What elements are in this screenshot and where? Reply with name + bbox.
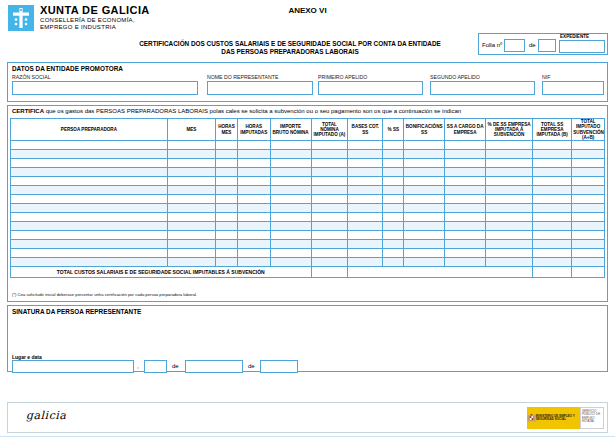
table-cell[interactable] [572, 222, 605, 231]
total-nomina-cell[interactable] [311, 267, 348, 278]
table-cell[interactable] [215, 195, 237, 204]
table-cell[interactable] [237, 150, 270, 159]
table-cell[interactable] [486, 195, 533, 204]
table-cell[interactable] [348, 159, 383, 168]
table-cell[interactable] [533, 231, 572, 240]
table-cell[interactable] [486, 231, 533, 240]
folla-number-input[interactable] [504, 39, 525, 52]
expediente-input[interactable] [559, 40, 605, 53]
table-cell[interactable] [11, 213, 168, 222]
table-cell[interactable] [11, 204, 168, 213]
table-cell[interactable] [215, 204, 237, 213]
total-ss-cell[interactable] [533, 267, 572, 278]
table-cell[interactable] [404, 222, 445, 231]
table-cell[interactable] [11, 231, 168, 240]
table-cell[interactable] [383, 195, 404, 204]
table-cell[interactable] [533, 141, 572, 150]
table-cell[interactable] [383, 213, 404, 222]
table-cell[interactable] [167, 195, 215, 204]
table-cell[interactable] [215, 258, 237, 267]
table-cell[interactable] [445, 150, 486, 159]
table-cell[interactable] [383, 150, 404, 159]
table-cell[interactable] [486, 150, 533, 159]
table-cell[interactable] [167, 258, 215, 267]
table-cell[interactable] [445, 240, 486, 249]
table-cell[interactable] [270, 150, 311, 159]
table-cell[interactable] [348, 249, 383, 258]
table-cell[interactable] [383, 249, 404, 258]
table-cell[interactable] [486, 141, 533, 150]
table-cell[interactable] [445, 177, 486, 186]
table-cell[interactable] [237, 258, 270, 267]
table-cell[interactable] [445, 141, 486, 150]
table-cell[interactable] [215, 186, 237, 195]
table-cell[interactable] [533, 249, 572, 258]
table-cell[interactable] [215, 213, 237, 222]
table-cell[interactable] [11, 249, 168, 258]
table-cell[interactable] [383, 231, 404, 240]
folla-total-input[interactable] [538, 39, 556, 52]
table-cell[interactable] [572, 213, 605, 222]
table-cell[interactable] [533, 186, 572, 195]
table-cell[interactable] [270, 258, 311, 267]
table-cell[interactable] [167, 231, 215, 240]
table-cell[interactable] [11, 168, 168, 177]
table-cell[interactable] [404, 249, 445, 258]
table-cell[interactable] [215, 177, 237, 186]
table-cell[interactable] [348, 150, 383, 159]
table-cell[interactable] [270, 186, 311, 195]
table-cell[interactable] [167, 168, 215, 177]
table-cell[interactable] [486, 222, 533, 231]
table-cell[interactable] [348, 258, 383, 267]
table-cell[interactable] [572, 150, 605, 159]
table-cell[interactable] [215, 249, 237, 258]
table-cell[interactable] [311, 186, 348, 195]
table-cell[interactable] [311, 177, 348, 186]
table-cell[interactable] [270, 249, 311, 258]
table-cell[interactable] [348, 222, 383, 231]
table-cell[interactable] [383, 177, 404, 186]
table-cell[interactable] [445, 231, 486, 240]
table-cell[interactable] [311, 150, 348, 159]
table-cell[interactable] [383, 204, 404, 213]
table-cell[interactable] [167, 141, 215, 150]
total-subvencion-cell[interactable] [572, 267, 605, 278]
table-cell[interactable] [215, 240, 237, 249]
table-cell[interactable] [311, 222, 348, 231]
table-cell[interactable] [383, 141, 404, 150]
table-cell[interactable] [167, 186, 215, 195]
table-cell[interactable] [270, 213, 311, 222]
table-cell[interactable] [167, 240, 215, 249]
table-cell[interactable] [533, 240, 572, 249]
table-cell[interactable] [404, 168, 445, 177]
table-cell[interactable] [533, 213, 572, 222]
table-cell[interactable] [348, 231, 383, 240]
table-cell[interactable] [311, 258, 348, 267]
table-cell[interactable] [237, 141, 270, 150]
table-cell[interactable] [486, 258, 533, 267]
table-cell[interactable] [311, 141, 348, 150]
table-cell[interactable] [486, 213, 533, 222]
table-cell[interactable] [311, 249, 348, 258]
table-cell[interactable] [348, 240, 383, 249]
table-cell[interactable] [270, 159, 311, 168]
year-input[interactable] [260, 360, 298, 373]
table-cell[interactable] [486, 249, 533, 258]
primeiro-apelido-input[interactable] [318, 81, 423, 95]
table-cell[interactable] [311, 159, 348, 168]
table-cell[interactable] [311, 195, 348, 204]
table-cell[interactable] [445, 258, 486, 267]
table-cell[interactable] [445, 213, 486, 222]
nif-input[interactable] [542, 81, 604, 95]
table-cell[interactable] [572, 195, 605, 204]
segundo-apelido-input[interactable] [430, 81, 535, 95]
table-cell[interactable] [348, 213, 383, 222]
table-cell[interactable] [533, 258, 572, 267]
table-cell[interactable] [348, 177, 383, 186]
table-cell[interactable] [311, 240, 348, 249]
table-cell[interactable] [11, 150, 168, 159]
table-cell[interactable] [11, 222, 168, 231]
table-cell[interactable] [215, 150, 237, 159]
table-cell[interactable] [237, 177, 270, 186]
table-cell[interactable] [215, 222, 237, 231]
